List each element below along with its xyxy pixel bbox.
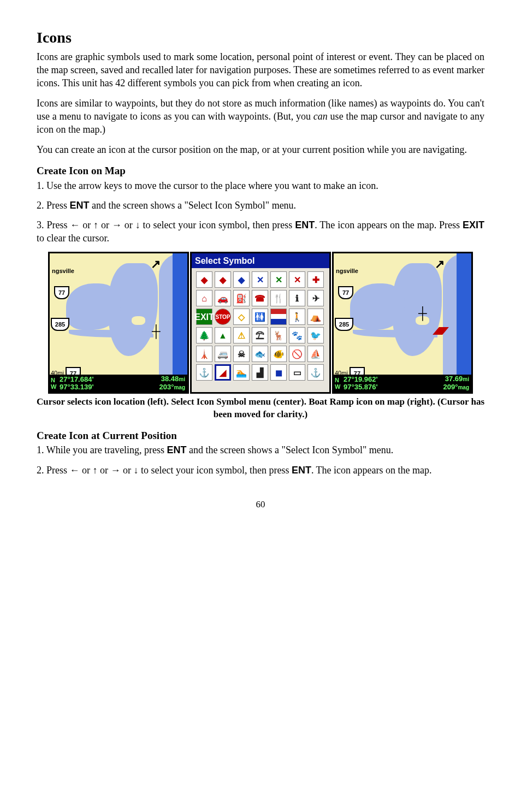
place-label: ngsville: [52, 267, 74, 275]
symbol-grid: ◆ ◆ ◆ ✕ ✕ ✕ ✚ ⌂ 🚗 ⛽ ☎ 🍴 ℹ ✈ EXIT STOP ◇ …: [192, 268, 329, 384]
symbol-rv[interactable]: 🚐: [215, 346, 231, 362]
symbol-bird[interactable]: 🐦: [307, 327, 324, 343]
body-para-1: Icons are graphic symbols used to mark s…: [37, 50, 484, 90]
symbol-diamond-blue[interactable]: ◆: [233, 271, 250, 288]
symbol-exit[interactable]: EXIT: [196, 309, 212, 325]
text: 1. While you are traveling, press: [37, 444, 167, 455]
symbol-diamond-red-2[interactable]: ◆: [215, 271, 231, 288]
island-shape: [132, 316, 145, 325]
bearing-unit: mag: [458, 384, 469, 390]
symbol-diamond-red[interactable]: ◆: [196, 271, 212, 288]
route-shield-77: 77: [54, 286, 69, 299]
symbol-no-fish[interactable]: 🚫: [289, 346, 305, 362]
symbol-boat-ramp[interactable]: ◢: [215, 364, 231, 381]
symbol-anchor[interactable]: ⚓: [196, 364, 212, 381]
symbol-deer[interactable]: 🦌: [270, 327, 287, 343]
text: and the screen shows a "Select Icon Symb…: [90, 200, 297, 211]
symbol-gas[interactable]: ⛽: [233, 290, 250, 306]
symbol-info[interactable]: ℹ: [289, 290, 305, 306]
symbol-restaurant[interactable]: 🍴: [270, 290, 287, 306]
symbol-marina[interactable]: ◼: [270, 364, 287, 381]
water-shape: [350, 283, 405, 330]
symbol-swim[interactable]: 🏊: [233, 364, 250, 381]
symbol-skull[interactable]: ☠: [233, 346, 250, 362]
distance-bearing: 37.69mi 209°mag: [443, 375, 471, 392]
key-ent: ENT: [70, 200, 90, 211]
coordinates: 27°19.962' 97°35.876': [344, 376, 443, 391]
symbol-boat[interactable]: ⛵: [307, 346, 324, 362]
symbol-flag-usa[interactable]: [270, 309, 287, 325]
symbol-fish-2[interactable]: 🐠: [270, 346, 287, 362]
distance-bearing: 38.48mi 203°mag: [159, 375, 187, 392]
text: . The icon appears on the map. Press: [315, 220, 463, 230]
map-panel-right: ngsville 77 285 ↗ ┼ 40mi 77 NW 27°19.962…: [332, 252, 473, 394]
route-shield-285: 285: [335, 318, 353, 331]
status-bar: NW 27°19.962' 97°35.876' 37.69mi 209°mag: [334, 375, 471, 392]
longitude: 97°35.876': [344, 383, 443, 391]
distance-value: 37.69: [445, 375, 463, 383]
subheading-create-on-map: Create Icon on Map: [37, 164, 484, 178]
route-shield-77: 77: [338, 286, 353, 299]
water-shape: [66, 283, 121, 330]
figure-row: ngsville 77 285 ↗ ┼ 40mi 77 NW 27°17.684…: [37, 252, 484, 394]
symbol-x-red[interactable]: ✕: [289, 271, 305, 288]
cursor-crosshair-icon: ┼: [418, 305, 427, 322]
subheading-create-at-current: Create Icon at Current Position: [37, 429, 484, 443]
status-bar: NW 27°17.684' 97°33.139' 38.48mi 203°mag: [50, 375, 187, 392]
latitude: 27°17.684': [60, 376, 159, 383]
bearing-unit: mag: [174, 384, 185, 390]
symbol-medical[interactable]: ✚: [307, 271, 324, 288]
body-para-2: Icons are similar to waypoints, but they…: [37, 97, 484, 137]
route-shield-285: 285: [51, 318, 69, 331]
symbol-warning[interactable]: ⚠: [233, 327, 250, 343]
symbol-caution[interactable]: ◇: [233, 309, 250, 325]
cursor-arrow-icon: ↗: [151, 256, 161, 272]
step-1-2: 2. Press ENT and the screen shows a "Sel…: [37, 199, 484, 212]
emphasis: can: [313, 111, 328, 122]
nw-indicator: NW: [334, 377, 344, 390]
symbol-stop[interactable]: STOP: [215, 309, 231, 325]
text: 2. Press: [37, 200, 70, 211]
symbol-picnic[interactable]: ⛱: [252, 327, 268, 343]
symbol-tracks[interactable]: 🐾: [289, 327, 305, 343]
cursor-crosshair-icon: ┼: [152, 323, 161, 340]
select-symbol-panel: Select Symbol ◆ ◆ ◆ ✕ ✕ ✕ ✚ ⌂ 🚗 ⛽ ☎ 🍴 ℹ …: [190, 252, 331, 394]
bearing-value: 203°: [159, 383, 174, 391]
page-number: 60: [37, 499, 484, 511]
key-ent: ENT: [292, 465, 311, 476]
map-panel-left: ngsville 77 285 ↗ ┼ 40mi 77 NW 27°17.684…: [48, 252, 189, 394]
key-ent: ENT: [295, 220, 315, 230]
symbol-wreck[interactable]: ⚓: [307, 364, 324, 381]
symbol-tree[interactable]: 🌲: [196, 327, 212, 343]
text: 3. Press ← or ↑ or → or ↓ to select your…: [37, 220, 295, 230]
text: to clear the cursor.: [37, 233, 109, 244]
body-para-3: You can create an icon at the cursor pos…: [37, 143, 484, 156]
symbol-x-green[interactable]: ✕: [270, 271, 287, 288]
symbol-x-blue[interactable]: ✕: [252, 271, 268, 288]
symbol-car[interactable]: 🚗: [215, 290, 231, 306]
symbol-campground[interactable]: ⛺: [307, 309, 324, 325]
place-label: ngsville: [336, 267, 358, 275]
step-1-3: 3. Press ← or ↑ or → or ↓ to select your…: [37, 218, 484, 245]
distance-unit: mi: [179, 376, 185, 382]
symbol-mountain[interactable]: ▲: [215, 327, 231, 343]
symbol-restroom[interactable]: 🚻: [252, 309, 268, 325]
step-2-2: 2. Press ← or ↑ or → or ↓ to select your…: [37, 464, 484, 477]
symbol-airport[interactable]: ✈: [307, 290, 324, 306]
text: and the screen shows a "Select Icon Symb…: [187, 444, 394, 455]
symbol-phone[interactable]: ☎: [252, 290, 268, 306]
nw-indicator: NW: [50, 377, 60, 390]
key-ent: ENT: [167, 444, 187, 455]
text: 2. Press ← or ↑ or → or ↓ to select your…: [37, 465, 292, 476]
symbol-lighthouse[interactable]: 🗼: [196, 346, 212, 362]
latitude: 27°19.962': [344, 376, 443, 383]
figure-caption: Cursor selects icon location (left). Sel…: [37, 396, 484, 421]
coordinates: 27°17.684' 97°33.139': [60, 376, 159, 391]
symbol-house[interactable]: ⌂: [196, 290, 212, 306]
symbol-fish-1[interactable]: 🐟: [252, 346, 268, 362]
symbol-dam[interactable]: ▟: [252, 364, 268, 381]
symbol-hiker[interactable]: 🚶: [289, 309, 305, 325]
deep-water-shape: [457, 253, 473, 394]
symbol-dock[interactable]: ▭: [289, 364, 305, 381]
text: . The icon appears on the map.: [311, 465, 432, 476]
